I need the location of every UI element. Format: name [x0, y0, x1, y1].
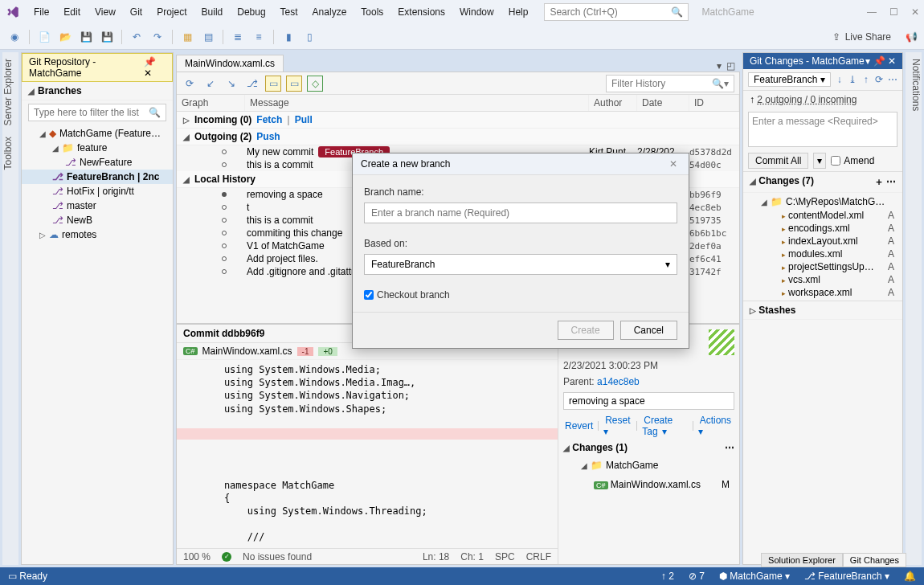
fetch-icon[interactable]: ↓ — [834, 72, 844, 88]
tab-maximize-icon[interactable]: ◰ — [726, 60, 735, 72]
changed-file[interactable]: ▸projectSettingsUp…A — [743, 260, 902, 273]
live-share-button[interactable]: ⇪ Live Share 📢 — [832, 31, 918, 43]
reset-link[interactable]: Reset ▾ — [602, 415, 633, 437]
branches-header[interactable]: ◢ Branches — [22, 82, 173, 100]
menu-help[interactable]: Help — [502, 3, 535, 21]
status-errors[interactable]: ⊘ 7 — [689, 571, 705, 582]
remotes-node[interactable]: ▷☁remotes — [22, 227, 173, 242]
push-link[interactable]: Push — [256, 131, 280, 142]
pin-icon[interactable]: 📌 ✕ — [144, 56, 166, 79]
changes-section-header[interactable]: ◢ Changes (7) ＋ ⋯ — [743, 171, 902, 193]
feedback-icon[interactable]: 📢 — [906, 31, 918, 43]
commit-message-field[interactable]: removing a space — [563, 392, 734, 410]
git-repo-tab[interactable]: Git Repository - MatchGame 📌 ✕ — [22, 53, 173, 82]
fetch-button[interactable]: ↙ — [202, 76, 219, 92]
tool-btn-a[interactable]: ▦ — [179, 29, 195, 45]
status-up[interactable]: ↑ 2 — [661, 571, 674, 582]
view-mode-b[interactable]: ▭ — [286, 76, 302, 92]
changed-file[interactable]: ▸vcs.xmlA — [743, 273, 902, 286]
menu-debug[interactable]: Debug — [231, 3, 272, 21]
new-button[interactable]: 📄 — [36, 29, 52, 45]
view-mode-a[interactable]: ▭ — [265, 76, 281, 92]
branch-featurebranch[interactable]: ⎇FeatureBranch | 2nc — [22, 170, 173, 184]
actions-link[interactable]: Actions ▾ — [697, 415, 734, 437]
commit-changes-header[interactable]: ◢ Changes (1) ⋯ — [563, 442, 734, 453]
changed-file[interactable]: ▸contentModel.xmlA — [743, 209, 902, 222]
change-file[interactable]: C# MainWindow.xaml.csM — [563, 477, 734, 492]
push-button[interactable]: ⎇ — [244, 76, 260, 92]
col-id[interactable]: ID — [689, 95, 739, 111]
push-icon[interactable]: ↑ — [861, 72, 871, 88]
undo-button[interactable]: ↶ — [129, 29, 145, 45]
branch-dropdown[interactable]: FeatureBranch▾ — [748, 72, 831, 87]
more-icon[interactable]: ⋯ — [725, 442, 734, 453]
filter-history-input[interactable]: Filter History 🔍▾ — [606, 75, 734, 92]
changed-file[interactable]: ▸workspace.xmlA — [743, 286, 902, 299]
incoming-section[interactable]: ▷Incoming (0) Fetch | Pull — [177, 112, 739, 129]
menu-test[interactable]: Test — [274, 3, 305, 21]
refresh-button[interactable]: ⟳ — [182, 76, 198, 92]
dialog-close-button[interactable]: ✕ — [666, 158, 681, 170]
commit-all-button[interactable]: Commit All — [748, 153, 808, 169]
changed-file[interactable]: ▸encodings.xmlA — [743, 222, 902, 235]
changes-root[interactable]: ◢📁C:\MyRepos\MatchG… — [743, 194, 902, 209]
create-tag-link[interactable]: Create Tag ▾ — [640, 415, 689, 437]
tool-btn-c[interactable]: ≣ — [230, 29, 246, 45]
doc-tab-mainwindow[interactable]: MainWindow.xaml.cs — [176, 55, 284, 72]
branch-newfeature[interactable]: ⎇NewFeature — [22, 155, 173, 170]
menu-tools[interactable]: Tools — [354, 3, 390, 21]
sync-icon[interactable]: ⟳ — [874, 72, 885, 88]
outgoing-section[interactable]: ◢Outgoing (2) Push — [177, 129, 739, 145]
changed-file[interactable]: ▸indexLayout.xmlA — [743, 235, 902, 248]
redo-button[interactable]: ↷ — [149, 29, 166, 45]
branch-master[interactable]: ⎇master — [22, 198, 173, 213]
revert-link[interactable]: Revert — [563, 420, 595, 432]
col-message[interactable]: Message — [245, 95, 589, 111]
changed-file[interactable]: ▸modules.xmlA — [743, 248, 902, 260]
pull-button[interactable]: ↘ — [223, 76, 239, 92]
commit-message-input[interactable]: Enter a message <Required> — [748, 112, 897, 147]
maximize-button[interactable]: ☐ — [889, 6, 898, 18]
menu-view[interactable]: View — [88, 3, 122, 21]
toolbox-tab[interactable]: Toolbox — [2, 137, 18, 170]
checkout-branch-checkbox[interactable]: Checkout branch — [364, 289, 677, 301]
amend-checkbox[interactable]: Amend — [831, 155, 874, 166]
menu-git[interactable]: Git — [124, 3, 149, 21]
minimize-button[interactable]: — — [867, 6, 877, 18]
tool-btn-f[interactable]: ▯ — [301, 29, 317, 45]
pull-link[interactable]: Pull — [295, 114, 313, 125]
notifications-tab[interactable]: Notifications — [910, 59, 922, 111]
menu-build[interactable]: Build — [195, 3, 230, 21]
repo-root[interactable]: ◢◆MatchGame (Feature… — [22, 126, 173, 141]
col-author[interactable]: Author — [589, 95, 637, 111]
view-mode-c[interactable]: ◇ — [307, 76, 323, 92]
commit-dropdown[interactable]: ▾ — [813, 153, 826, 169]
tab-dropdown-icon[interactable]: ▾ — [717, 60, 722, 72]
folder-feature[interactable]: ◢📁feature — [22, 141, 173, 155]
branch-newb[interactable]: ⎇NewB — [22, 213, 173, 227]
col-graph[interactable]: Graph — [177, 95, 245, 111]
close-button[interactable]: ✕ — [911, 6, 919, 18]
stage-all-icon[interactable]: ＋ ⋯ — [874, 175, 896, 189]
menu-edit[interactable]: Edit — [57, 3, 87, 21]
tool-btn-d[interactable]: ≡ — [251, 29, 267, 45]
nav-back-button[interactable]: ◉ — [6, 29, 22, 45]
parent-link[interactable]: a14ec8eb — [597, 376, 640, 387]
save-all-button[interactable]: 💾 — [99, 29, 115, 45]
menu-window[interactable]: Window — [453, 3, 501, 21]
menu-analyze[interactable]: Analyze — [306, 3, 354, 21]
diff-code-view[interactable]: using System.Windows.Media; using System… — [177, 360, 558, 548]
based-on-dropdown[interactable]: FeatureBranch▾ — [364, 254, 677, 275]
branch-hotfix[interactable]: ⎇HotFix | origin/tt — [22, 184, 173, 198]
panel-controls[interactable]: ▾ 📌 ✕ — [865, 55, 896, 67]
sync-status[interactable]: ↑ 2 outgoing / 0 incoming — [743, 91, 902, 108]
branch-name-input[interactable] — [364, 202, 677, 223]
open-button[interactable]: 📂 — [57, 29, 73, 45]
quick-search-input[interactable]: Search (Ctrl+Q) 🔍 — [544, 3, 689, 21]
col-date[interactable]: Date — [637, 95, 689, 111]
fetch-link[interactable]: Fetch — [256, 114, 282, 125]
menu-project[interactable]: Project — [150, 3, 193, 21]
more-icon[interactable]: ⋯ — [887, 72, 897, 88]
tool-btn-b[interactable]: ▤ — [200, 29, 216, 45]
stashes-section-header[interactable]: ▷ Stashes — [743, 301, 902, 320]
